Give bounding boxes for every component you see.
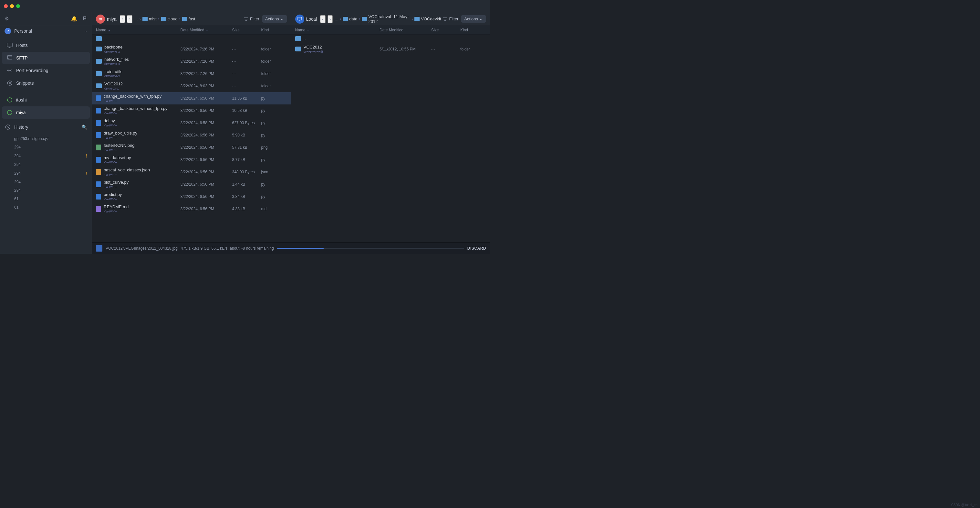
breadcrumb-data[interactable]: data bbox=[343, 16, 357, 21]
sidebar-item-snippets[interactable]: Snippets bbox=[2, 77, 90, 89]
minimize-button[interactable] bbox=[10, 4, 14, 8]
remote-file-row-plot-curve[interactable]: plot_curve.py -rw-rw-r-- 3/22/2024, 6:56… bbox=[92, 178, 291, 190]
history-entry-1[interactable]: 294 bbox=[0, 143, 92, 151]
remote-nav-forward[interactable]: › bbox=[127, 15, 132, 23]
local-nav-back[interactable]: ‹ bbox=[320, 15, 326, 23]
predict-py-icon bbox=[96, 194, 101, 200]
remote-file-row-voc2012[interactable]: VOC2012 drwxr-xr-x 3/22/2024, 8:03 PM - … bbox=[92, 80, 291, 92]
notification-icon[interactable]: 🔔 bbox=[71, 16, 78, 22]
local-avatar bbox=[295, 14, 304, 24]
remote-faster-kind: png bbox=[261, 145, 287, 150]
breadcrumb-voctrainval-label: VOCtrainval_11-May-2012 bbox=[368, 14, 410, 24]
remote-file-row-change-backbone-with-fpn[interactable]: change_backbone_with_fpn.py -rw-rw-r-- 3… bbox=[92, 92, 291, 104]
screen-icon[interactable]: 🖥 bbox=[82, 16, 87, 22]
history-entry-0[interactable]: gpu253.mistgpu.xyz bbox=[0, 134, 92, 143]
remote-file-row-pascal-voc[interactable]: pascal_voc_classes.json -rw-rw-r-- 3/22/… bbox=[92, 166, 291, 178]
remote-col-date[interactable]: Date Modified ⌄ bbox=[181, 28, 232, 32]
remote-nav-back[interactable]: ‹ bbox=[120, 15, 125, 23]
local-col-size[interactable]: Size bbox=[431, 28, 460, 32]
history-entry-5[interactable]: 294 bbox=[0, 178, 92, 186]
remote-file-row-del[interactable]: del.py -rw-rw-r-- 3/22/2024, 6:58 PM 627… bbox=[92, 117, 291, 129]
remote-voc2012-kind: folder bbox=[261, 84, 287, 88]
sidebar-item-itoshi[interactable]: itoshi bbox=[2, 94, 90, 106]
breadcrumb-voctrainval[interactable]: VOCtrainval_11-May-2012 bbox=[362, 14, 410, 24]
history-entry-7[interactable]: 61 bbox=[0, 195, 92, 203]
breadcrumb-cloud[interactable]: cloud bbox=[161, 16, 178, 21]
personal-chevron-icon: ⌄ bbox=[84, 29, 87, 33]
remote-network-files-name-text: network_files drwxrwxr-x bbox=[104, 57, 181, 65]
remote-my-dataset-name-cell: my_dataset.py -rw-rw-r-- bbox=[96, 155, 181, 164]
local-file-row-voc2012[interactable]: VOC2012 drwxrwxrwx@ 5/11/2012, 10:55 PM … bbox=[291, 43, 490, 55]
remote-predict-name-text: predict.py -rw-rw-r-- bbox=[104, 192, 181, 201]
close-button[interactable] bbox=[4, 4, 8, 8]
sidebar-history-header[interactable]: History 🔍 bbox=[0, 121, 92, 133]
breadcrumb-vocdevkit[interactable]: VOCdevkit bbox=[414, 16, 441, 21]
remote-file-row-draw-box[interactable]: draw_box_utils.py -rw-rw-r-- 3/22/2024, … bbox=[92, 129, 291, 141]
remote-file-row-change-backbone-without-fpn[interactable]: change_backbone_without_fpn.py -rw-rw-r-… bbox=[92, 104, 291, 117]
local-col-name[interactable]: Name ⌄ bbox=[295, 28, 380, 32]
local-col-kind-label: Kind bbox=[460, 28, 468, 32]
remote-cbwof-name-main: change_backbone_without_fpn.py bbox=[104, 106, 181, 111]
remote-file-row-network-files[interactable]: network_files drwxrwxr-x 3/22/2024, 7:26… bbox=[92, 55, 291, 67]
sidebar-personal-header[interactable]: P Personal ⌄ bbox=[0, 25, 92, 37]
local-col-kind[interactable]: Kind bbox=[460, 28, 486, 32]
breadcrumb-mist[interactable]: mist bbox=[142, 16, 157, 21]
breadcrumb-fast[interactable]: fast bbox=[182, 16, 196, 21]
history-entry-4[interactable]: 294 ! bbox=[0, 169, 92, 178]
remote-file-row-train-utils[interactable]: train_utils drwxrwxr-x 3/22/2024, 7:26 P… bbox=[92, 67, 291, 80]
remote-cbwof-size: 10.53 kB bbox=[232, 108, 261, 113]
sidebar-item-port-forwarding[interactable]: Port Forwarding bbox=[2, 64, 90, 77]
transfer-progress-fill bbox=[277, 248, 324, 249]
local-voc2012-date: 5/11/2012, 10:55 PM bbox=[380, 47, 431, 51]
network-files-folder-icon bbox=[96, 59, 102, 64]
svg-rect-3 bbox=[8, 56, 12, 59]
breadcrumb-vocdevkit-folder-icon bbox=[414, 17, 420, 21]
remote-train-utils-name-text: train_utils drwxrwxr-x bbox=[104, 69, 181, 78]
remote-train-utils-date: 3/22/2024, 7:26 PM bbox=[181, 72, 232, 76]
remote-col-size-label: Size bbox=[232, 28, 240, 32]
history-entry-8[interactable]: 61 bbox=[0, 203, 92, 211]
local-actions-button[interactable]: Actions ⌄ bbox=[461, 15, 486, 22]
history-entry-2[interactable]: 294 ! bbox=[0, 151, 92, 160]
remote-my-dataset-name-text: my_dataset.py -rw-rw-r-- bbox=[104, 155, 181, 164]
remote-readme-name-text: README.md -rw-rw-r-- bbox=[104, 204, 181, 213]
remote-col-kind[interactable]: Kind bbox=[261, 28, 287, 32]
local-filter-button[interactable]: Filter bbox=[443, 16, 458, 21]
remote-col-size[interactable]: Size bbox=[232, 28, 261, 32]
remote-filter-button[interactable]: Filter bbox=[244, 16, 259, 21]
history-search-icon[interactable]: 🔍 bbox=[82, 125, 87, 130]
remote-col-name[interactable]: Name ▲ bbox=[96, 28, 181, 32]
sidebar-top: ⚙ 🔔 🖥 bbox=[0, 12, 92, 25]
remote-train-utils-name-main: train_utils bbox=[104, 69, 181, 74]
remote-file-row-parent[interactable]: .. bbox=[92, 35, 291, 43]
maximize-button[interactable] bbox=[16, 4, 20, 8]
local-breadcrumb-ellipsis: ... bbox=[335, 16, 338, 21]
history-entry-3[interactable]: 294 bbox=[0, 160, 92, 169]
remote-backbone-kind: folder bbox=[261, 47, 287, 51]
local-col-date[interactable]: Date Modified bbox=[380, 28, 431, 32]
remote-col-name-sort-icon: ▲ bbox=[108, 29, 111, 32]
local-nav-forward[interactable]: › bbox=[328, 15, 333, 23]
remote-panel-header: m miya ‹ › ... › mist › bbox=[92, 12, 291, 26]
sidebar-item-miya[interactable]: miya bbox=[2, 106, 90, 119]
svg-rect-0 bbox=[7, 43, 12, 47]
local-file-row-parent[interactable]: .. bbox=[291, 35, 490, 43]
faster-png-icon bbox=[96, 145, 101, 150]
sidebar-item-hosts[interactable]: Hosts bbox=[2, 39, 90, 51]
local-panel-header: Local ‹ › ... › data › V bbox=[291, 12, 490, 26]
gear-icon[interactable]: ⚙ bbox=[5, 16, 9, 22]
remote-plot-perms: -rw-rw-r-- bbox=[104, 185, 181, 189]
history-entry-6[interactable]: 294 bbox=[0, 186, 92, 195]
transfer-discard-button[interactable]: DISCARD bbox=[468, 246, 486, 251]
remote-file-row-readme[interactable]: README.md -rw-rw-r-- 3/22/2024, 6:56 PM … bbox=[92, 203, 291, 215]
remote-file-row-my-dataset[interactable]: my_dataset.py -rw-rw-r-- 3/22/2024, 6:56… bbox=[92, 153, 291, 166]
remote-del-kind: py bbox=[261, 121, 287, 125]
svg-rect-14 bbox=[298, 17, 302, 20]
remote-file-row-predict[interactable]: predict.py -rw-rw-r-- 3/22/2024, 6:56 PM… bbox=[92, 190, 291, 203]
remote-voc2012-perms: drwxr-xr-x bbox=[104, 87, 181, 90]
remote-actions-button[interactable]: Actions ⌄ bbox=[262, 15, 287, 22]
sidebar-item-sftp[interactable]: SFTP bbox=[2, 52, 90, 64]
remote-file-row-faster-rcnn[interactable]: fasterRCNN.png -rw-rw-r-- 3/22/2024, 6:5… bbox=[92, 141, 291, 153]
local-panel: Local ‹ › ... › data › V bbox=[291, 12, 490, 242]
remote-file-row-backbone[interactable]: backbone drwxrwxr-x 3/22/2024, 7:26 PM -… bbox=[92, 43, 291, 55]
